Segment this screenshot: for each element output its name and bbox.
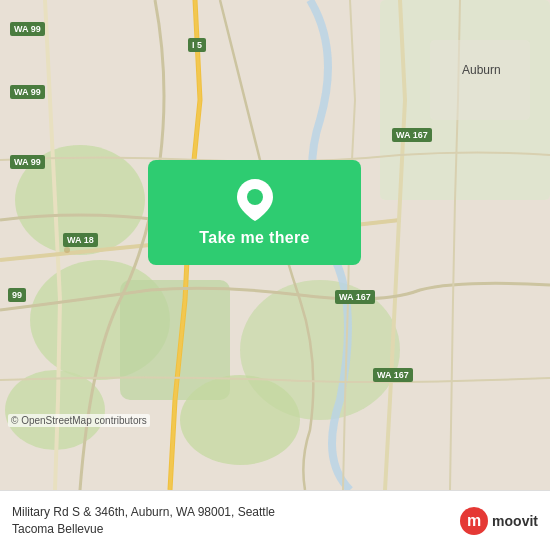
moovit-m-icon: m: [460, 507, 488, 535]
road-badge-wa99-1: WA 99: [10, 22, 45, 36]
svg-point-9: [64, 247, 70, 253]
moovit-logo: m moovit: [460, 507, 538, 535]
moovit-brand-text: moovit: [492, 513, 538, 529]
location-pin-icon: [237, 179, 273, 221]
road-badge-wa167-3: WA 167: [373, 368, 413, 382]
auburn-label: Auburn: [462, 63, 501, 77]
take-me-there-label: Take me there: [199, 229, 309, 247]
take-me-there-button[interactable]: Take me there: [148, 160, 361, 265]
map-container: WA 99 WA 99 WA 99 99 I 5 WA 167 WA 18 WA…: [0, 0, 550, 490]
road-badge-wa99-2: WA 99: [10, 85, 45, 99]
svg-point-6: [180, 375, 300, 465]
road-badge-99: 99: [8, 288, 26, 302]
bottom-bar: Military Rd S & 346th, Auburn, WA 98001,…: [0, 490, 550, 550]
road-badge-i5: I 5: [188, 38, 206, 52]
road-badge-wa18: WA 18: [63, 233, 98, 247]
address-line: Military Rd S & 346th, Auburn, WA 98001,…: [12, 505, 275, 536]
osm-credit: © OpenStreetMap contributors: [8, 414, 150, 427]
road-badge-wa167-2: WA 167: [335, 290, 375, 304]
road-badge-wa167-1: WA 167: [392, 128, 432, 142]
road-badge-wa99-3: WA 99: [10, 155, 45, 169]
svg-point-11: [247, 189, 263, 205]
address-text: Military Rd S & 346th, Auburn, WA 98001,…: [12, 504, 450, 538]
svg-rect-10: [430, 40, 530, 120]
